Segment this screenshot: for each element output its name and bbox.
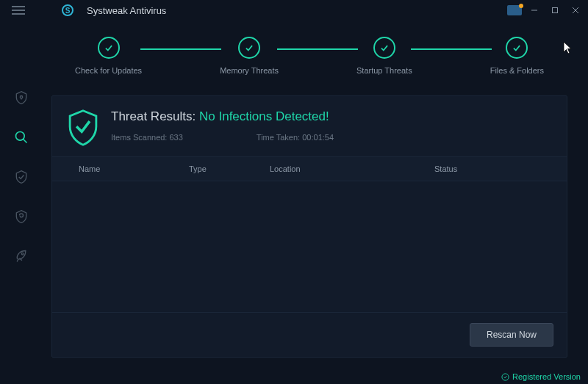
sidebar (0, 21, 43, 369)
hamburger-menu[interactable] (10, 3, 26, 18)
results-panel: Threat Results: No Infections Detected! … (51, 95, 567, 358)
step-startup-threats: Startup Threats (356, 37, 412, 75)
step-connector (411, 48, 492, 50)
column-location: Location (270, 164, 434, 173)
step-files-folders: Files & Folders (490, 37, 544, 75)
svg-point-4 (20, 96, 22, 98)
column-status: Status (434, 164, 523, 173)
table-body (52, 181, 567, 312)
result-title-prefix: Threat Results: (111, 109, 199, 123)
sidebar-item-web[interactable] (9, 204, 34, 229)
result-stats: Items Scanned: 633 Time Taken: 00:01:54 (111, 133, 552, 142)
check-icon (373, 37, 395, 59)
sidebar-item-boost[interactable] (9, 244, 34, 269)
content-area: Check for Updates Memory Threats Startup… (43, 21, 588, 369)
notification-badge-icon[interactable] (507, 5, 522, 15)
svg-rect-1 (553, 8, 558, 13)
sidebar-item-scan[interactable] (9, 125, 34, 150)
step-connector (140, 48, 221, 50)
check-icon (506, 37, 528, 59)
svg-point-7 (21, 253, 24, 255)
rescan-button[interactable]: Rescan Now (470, 323, 553, 347)
result-title-highlight: No Infections Detected! (199, 109, 329, 123)
app-title: Systweak Antivirus (87, 5, 166, 16)
close-button[interactable] (567, 2, 584, 18)
maximize-button[interactable] (547, 2, 563, 18)
svg-point-5 (16, 132, 25, 141)
step-label: Check for Updates (75, 66, 142, 75)
step-label: Files & Folders (490, 66, 544, 75)
step-check-updates: Check for Updates (75, 37, 142, 75)
title-bar: S Systweak Antivirus (0, 0, 588, 21)
results-header: Threat Results: No Infections Detected! … (52, 96, 567, 156)
items-scanned: Items Scanned: 633 (111, 133, 183, 142)
column-name: Name (79, 164, 189, 173)
step-label: Memory Threats (220, 66, 279, 75)
app-logo-icon: S (62, 4, 74, 16)
progress-steps: Check for Updates Memory Threats Startup… (51, 31, 567, 75)
check-icon (98, 37, 120, 59)
footer-status: Registered Version (501, 369, 581, 384)
step-label: Startup Threats (356, 66, 412, 75)
panel-footer: Rescan Now (52, 312, 567, 357)
minimize-button[interactable] (526, 2, 542, 18)
column-type: Type (189, 164, 270, 173)
check-icon (238, 37, 260, 59)
result-title: Threat Results: No Infections Detected! (111, 109, 552, 124)
svg-line-6 (24, 140, 27, 143)
step-memory-threats: Memory Threats (220, 37, 279, 75)
sidebar-item-protection[interactable] (9, 85, 34, 110)
shield-check-icon (67, 109, 99, 146)
check-circle-icon (501, 373, 509, 381)
table-header: Name Type Location Status (52, 156, 567, 181)
sidebar-item-quarantine[interactable] (9, 164, 34, 189)
svg-point-8 (502, 373, 509, 380)
registered-label: Registered Version (512, 372, 581, 381)
step-connector (277, 48, 358, 50)
time-taken: Time Taken: 00:01:54 (257, 133, 334, 142)
